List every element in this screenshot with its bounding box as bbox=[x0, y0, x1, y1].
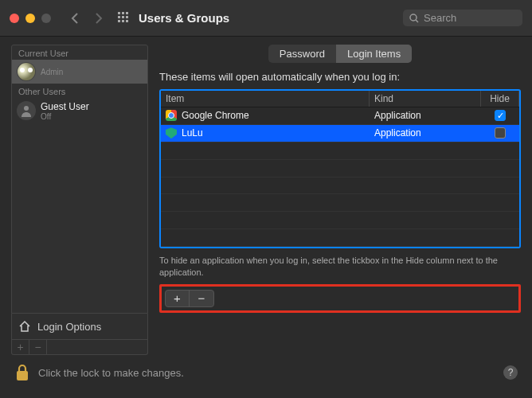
close-window-button[interactable] bbox=[10, 14, 19, 23]
item-name: LuLu bbox=[182, 127, 203, 139]
titlebar: Users & Groups Search bbox=[0, 0, 532, 37]
tabs: Password Login Items bbox=[159, 45, 521, 63]
user-name: Guest User bbox=[41, 101, 89, 112]
forward-button[interactable] bbox=[89, 9, 108, 28]
minimize-window-button[interactable] bbox=[25, 14, 35, 23]
add-user-button: + bbox=[12, 340, 29, 354]
help-button[interactable]: ? bbox=[503, 365, 518, 380]
sidebar-user-guest[interactable]: Guest User Off bbox=[12, 98, 147, 123]
login-options-button[interactable]: Login Options bbox=[11, 314, 148, 340]
login-items-table: Item Kind Hide Google Chrome Application… bbox=[159, 89, 521, 248]
user-role: Admin bbox=[41, 68, 63, 76]
current-user-label: Current User bbox=[12, 45, 147, 60]
user-list: Current User Admin Other Users Guest Use… bbox=[11, 45, 148, 314]
search-input[interactable]: Search bbox=[403, 10, 522, 26]
table-row-empty bbox=[161, 229, 519, 247]
avatar bbox=[17, 101, 36, 120]
svg-line-1 bbox=[416, 20, 418, 22]
user-add-remove: + − bbox=[11, 340, 148, 355]
main-panel: Password Login Items These items will op… bbox=[159, 45, 521, 355]
window-title: Users & Groups bbox=[139, 11, 229, 25]
sidebar-user-admin[interactable]: Admin bbox=[12, 60, 147, 84]
svg-point-0 bbox=[410, 14, 417, 21]
chrome-icon bbox=[166, 110, 177, 121]
hide-checkbox[interactable]: ✓ bbox=[495, 110, 506, 121]
zoom-window-button bbox=[41, 14, 51, 23]
hide-hint: To hide an application when you log in, … bbox=[159, 255, 521, 279]
svg-rect-3 bbox=[17, 371, 28, 380]
col-item[interactable]: Item bbox=[161, 91, 370, 107]
avatar bbox=[17, 62, 36, 81]
login-items-description: These items will open automatically when… bbox=[159, 71, 521, 83]
table-row-empty bbox=[161, 142, 519, 160]
lock-text: Click the lock to make changes. bbox=[38, 367, 184, 379]
table-row-empty bbox=[161, 212, 519, 229]
add-login-item-button[interactable]: + bbox=[166, 291, 190, 306]
table-row-empty bbox=[161, 160, 519, 178]
footer: Click the lock to make changes. ? bbox=[0, 355, 532, 390]
table-row[interactable]: LuLu Application bbox=[161, 125, 519, 142]
back-button[interactable] bbox=[65, 9, 84, 28]
apps-grid-icon[interactable] bbox=[118, 12, 131, 25]
login-options-label: Login Options bbox=[37, 321, 101, 333]
col-kind[interactable]: Kind bbox=[370, 91, 481, 107]
table-row[interactable]: Google Chrome Application ✓ bbox=[161, 107, 519, 125]
item-kind: Application bbox=[370, 127, 481, 139]
search-placeholder: Search bbox=[424, 12, 456, 24]
tab-login-items[interactable]: Login Items bbox=[336, 45, 412, 63]
add-remove-highlight: + − bbox=[159, 284, 521, 313]
col-hide[interactable]: Hide bbox=[481, 91, 519, 107]
owl-icon bbox=[18, 63, 35, 80]
table-header: Item Kind Hide bbox=[161, 91, 519, 107]
window-controls bbox=[10, 14, 51, 23]
item-kind: Application bbox=[370, 110, 481, 121]
sidebar: Current User Admin Other Users Guest Use… bbox=[11, 45, 148, 355]
house-icon bbox=[18, 320, 31, 333]
table-row-empty bbox=[161, 178, 519, 195]
user-status: Off bbox=[41, 112, 89, 121]
item-name: Google Chrome bbox=[182, 110, 249, 121]
hide-checkbox[interactable] bbox=[495, 127, 506, 139]
remove-login-item-button[interactable]: − bbox=[190, 291, 213, 306]
other-users-label: Other Users bbox=[12, 84, 147, 98]
remove-user-button: − bbox=[29, 340, 47, 354]
tab-password[interactable]: Password bbox=[268, 45, 336, 63]
shield-icon bbox=[166, 127, 177, 139]
svg-point-2 bbox=[24, 106, 29, 111]
lock-icon[interactable] bbox=[14, 363, 30, 382]
table-row-empty bbox=[161, 194, 519, 212]
silhouette-icon bbox=[19, 103, 33, 118]
search-icon bbox=[409, 14, 419, 23]
